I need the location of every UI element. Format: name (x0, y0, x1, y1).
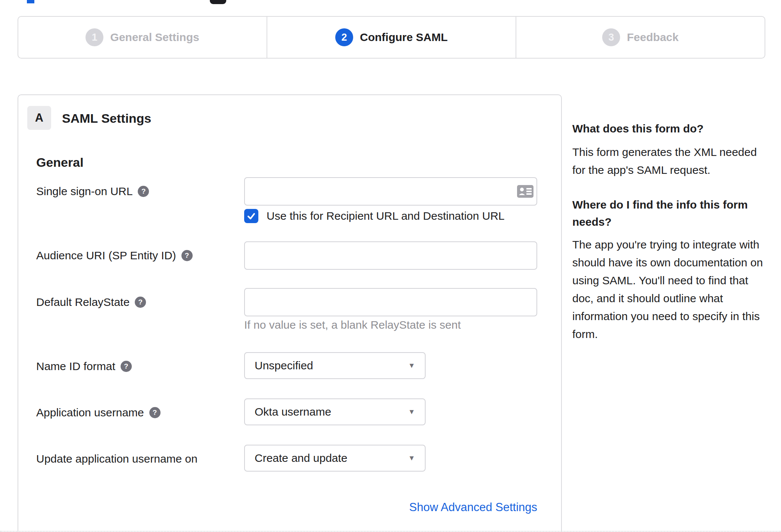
update-username-label-row: Update application username on (36, 452, 197, 466)
update-username-select[interactable]: Create and update ▼ (244, 445, 426, 472)
saml-settings-panel: A SAML Settings General Single sign-on U… (18, 94, 562, 532)
update-username-label: Update application username on (36, 452, 197, 466)
app-username-label-row: Application username ? (36, 406, 161, 419)
wizard-stepper: 1 General Settings 2 Configure SAML 3 Fe… (18, 16, 765, 59)
sso-checkbox-row: Use this for Recipient URL and Destinati… (244, 209, 505, 223)
step-feedback[interactable]: 3 Feedback (516, 17, 765, 58)
relaystate-label: Default RelayState (36, 295, 130, 309)
cutoff-logo-remnant (210, 0, 226, 4)
audience-uri-label-row: Audience URI (SP Entity ID) ? (36, 249, 193, 262)
caret-down-icon: ▼ (408, 362, 415, 370)
step-1-number-badge: 1 (85, 28, 103, 46)
help-q1-title: What does this form do? (572, 120, 764, 137)
sso-url-label-row: Single sign-on URL ? (36, 185, 149, 198)
contact-card-icon[interactable] (517, 185, 533, 198)
app-username-help-icon[interactable]: ? (149, 407, 161, 418)
caret-down-icon: ▼ (408, 454, 415, 462)
screenshot-edge-dotted-line (0, 531, 781, 532)
recipient-url-checkbox-label: Use this for Recipient URL and Destinati… (267, 210, 505, 222)
audience-uri-label: Audience URI (SP Entity ID) (36, 249, 176, 262)
help-sidebar: What does this form do? This form genera… (572, 120, 764, 343)
relaystate-label-row: Default RelayState ? (36, 295, 146, 309)
relaystate-hint: If no value is set, a blank RelayState i… (244, 319, 461, 331)
app-username-value: Okta username (255, 406, 331, 418)
update-username-value: Create and update (255, 452, 348, 464)
recipient-url-checkbox[interactable] (244, 209, 258, 223)
nameid-format-help-icon[interactable]: ? (121, 361, 132, 372)
nameid-format-select[interactable]: Unspecified ▼ (244, 352, 426, 379)
nameid-format-label: Name ID format (36, 360, 115, 373)
nameid-format-label-row: Name ID format ? (36, 360, 132, 373)
relaystate-help-icon[interactable]: ? (135, 297, 146, 308)
help-q2-title: Where do I find the info this form needs… (572, 196, 764, 231)
step-configure-saml[interactable]: 2 Configure SAML (267, 17, 516, 58)
nameid-format-value: Unspecified (255, 359, 313, 372)
sso-url-label: Single sign-on URL (36, 185, 133, 198)
sso-url-input[interactable] (244, 177, 537, 206)
step-2-number-badge: 2 (335, 28, 353, 46)
cutoff-blue-tab-remnant (27, 0, 34, 3)
step-general-settings[interactable]: 1 General Settings (18, 17, 267, 58)
app-username-label: Application username (36, 406, 144, 419)
general-group-heading: General (36, 155, 84, 170)
step-2-label: Configure SAML (360, 31, 448, 44)
app-username-select[interactable]: Okta username ▼ (244, 398, 426, 425)
audience-uri-help-icon[interactable]: ? (181, 250, 193, 261)
step-3-number-badge: 3 (602, 28, 620, 46)
step-1-label: General Settings (110, 31, 199, 44)
section-title: SAML Settings (62, 111, 151, 126)
sso-url-help-icon[interactable]: ? (138, 186, 149, 197)
check-mark-icon (246, 211, 256, 221)
caret-down-icon: ▼ (408, 408, 415, 416)
show-advanced-settings-link[interactable]: Show Advanced Settings (244, 501, 537, 514)
audience-uri-input[interactable] (244, 241, 537, 270)
help-q2-body: The app you're trying to integrate with … (572, 236, 764, 343)
help-q1-body: This form generates the XML needed for t… (572, 143, 764, 179)
section-a-badge: A (27, 106, 51, 130)
relaystate-input[interactable] (244, 288, 537, 316)
step-3-label: Feedback (627, 31, 678, 44)
